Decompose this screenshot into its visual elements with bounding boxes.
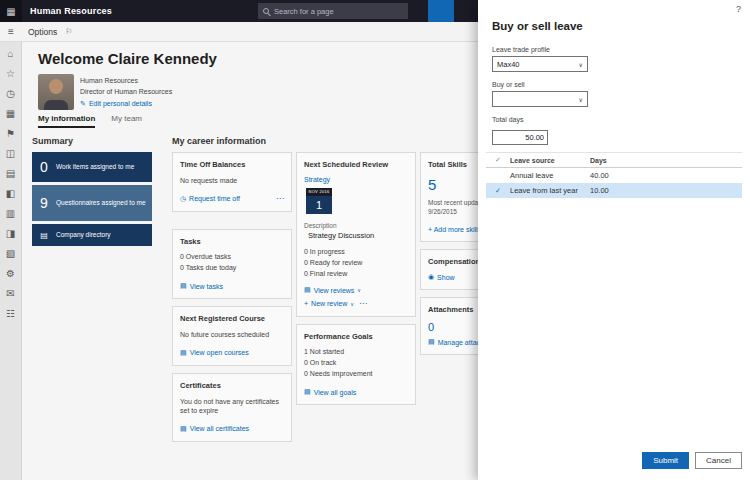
card-title: Performance Goals — [304, 332, 408, 341]
row-source-cell: Leave from last year — [510, 186, 590, 195]
card-time-off-balances: Time Off Balances No requests made ◷ Req… — [172, 152, 292, 212]
review-ready: 0 Ready for review — [304, 259, 408, 266]
submit-button[interactable]: Submit — [642, 452, 689, 469]
list-icon: ▤ — [428, 338, 435, 346]
profile-department: Human Resources — [80, 76, 172, 87]
request-time-off-label: Request time off — [189, 195, 240, 202]
sidebar-icon-tasks[interactable]: ▥ — [6, 209, 15, 219]
course-status: No future courses scheduled — [180, 330, 284, 339]
topbar-active-action-button[interactable] — [428, 0, 454, 22]
sidebar-icon-messages[interactable]: ✉ — [6, 289, 14, 299]
view-all-goals-label: View all goals — [314, 389, 357, 396]
view-open-courses-label: View open courses — [190, 349, 249, 356]
new-review-label: New review — [311, 300, 347, 307]
goals-on-track: 0 On track — [304, 359, 408, 366]
request-time-off-link[interactable]: ◷ Request time off — [180, 195, 240, 203]
company-directory-label: Company directory — [56, 231, 115, 239]
total-days-input[interactable] — [492, 130, 548, 145]
goals-needs-improvement: 0 Needs improvement — [304, 370, 408, 377]
view-all-certificates-link[interactable]: ▤ View all certificates — [180, 425, 249, 433]
buy-or-sell-dropdown[interactable]: ∨ — [492, 91, 588, 107]
calendar-day: 1 — [306, 196, 332, 214]
sidebar-icon-settings[interactable]: ⚙ — [6, 269, 15, 279]
card-next-registered-course: Next Registered Course No future courses… — [172, 306, 292, 365]
career-heading: My career information — [172, 136, 266, 146]
sidebar-icon-workspaces[interactable]: ▦ — [6, 109, 15, 119]
row-days-cell: 40.00 — [590, 171, 742, 180]
review-description-value: Strategy Discussion — [308, 231, 408, 240]
header-check-icon: ✓ — [486, 156, 510, 164]
row-check-icon: ✓ — [486, 187, 510, 195]
app-window: ▦ Human Resources ≡ Options ⚐ ⌂ ☆ ◷ ▦ ⚑ … — [0, 0, 750, 480]
tile-company-directory[interactable]: ▤ Company directory — [32, 224, 152, 246]
edit-personal-details-link[interactable]: ✎ Edit personal details — [80, 99, 172, 110]
list-icon: ▤ — [180, 425, 187, 433]
review-strategy-link[interactable]: Strategy — [304, 176, 330, 183]
directory-list-icon: ▤ — [32, 231, 56, 240]
view-tasks-label: View tasks — [190, 283, 223, 290]
review-description-label: Description — [304, 222, 408, 229]
compensation-show-link[interactable]: ◉ Show — [428, 273, 455, 281]
tab-my-team[interactable]: My team — [111, 114, 142, 128]
time-off-status: No requests made — [180, 176, 284, 185]
help-icon[interactable]: ? — [736, 4, 741, 14]
time-off-more-icon[interactable]: ⋯ — [276, 194, 284, 203]
new-review-link[interactable]: + New review ∨ — [304, 300, 354, 307]
review-in-progress: 0 In progress — [304, 248, 408, 255]
view-tasks-link[interactable]: ▤ View tasks — [180, 282, 223, 290]
table-header-row: ✓ Leave source Days — [486, 153, 742, 168]
sidebar-icon-leave[interactable]: ◧ — [6, 189, 15, 199]
avatar[interactable] — [38, 74, 74, 110]
card-performance-goals: Performance Goals 1 Not started 0 On tra… — [296, 324, 416, 405]
sidebar-icon-company[interactable]: ◫ — [6, 149, 15, 159]
cancel-button[interactable]: Cancel — [695, 452, 742, 469]
nav-collapse-icon[interactable]: ≡ — [0, 26, 22, 37]
summary-tiles: 0 Work items assigned to me 9 Questionna… — [32, 152, 152, 246]
compensation-show-label: Show — [437, 274, 455, 281]
pencil-icon: ✎ — [80, 99, 86, 110]
review-final: 0 Final review — [304, 270, 408, 277]
tile-questionnaires[interactable]: 9 Questionnaires assigned to me — [32, 185, 152, 221]
page-search-box[interactable] — [258, 3, 408, 19]
chevron-down-icon: ∨ — [357, 287, 361, 293]
search-input[interactable] — [274, 7, 394, 16]
sidebar-icon-all-modules[interactable]: ☷ — [6, 309, 15, 319]
sidebar-icon-favorites[interactable]: ☆ — [6, 69, 15, 79]
buy-or-sell-label: Buy or sell — [492, 81, 736, 88]
search-icon — [263, 8, 269, 14]
review-more-icon[interactable]: ⋯ — [359, 299, 367, 308]
sidebar-icon-home[interactable]: ⌂ — [7, 49, 13, 59]
profile-role: Director of Human Resources — [80, 87, 172, 98]
career-column-2: Next Scheduled Review Strategy NOV 2016 … — [296, 152, 416, 412]
sidebar-icon-recent[interactable]: ◷ — [6, 89, 15, 99]
tile-work-items[interactable]: 0 Work items assigned to me — [32, 152, 152, 182]
view-all-goals-link[interactable]: ▤ View all goals — [304, 388, 356, 396]
sidebar-icon-compensation[interactable]: ◨ — [6, 229, 15, 239]
view-open-courses-link[interactable]: ▤ View open courses — [180, 349, 249, 357]
add-more-skills-link[interactable]: + Add more skills — [428, 226, 481, 233]
row-days-cell: 10.00 — [590, 186, 742, 195]
row-source-cell: Annual leave — [510, 171, 590, 180]
certificates-status: You do not have any certificates set to … — [180, 397, 284, 416]
pin-icon[interactable]: ⚐ — [65, 27, 72, 36]
profile-tabs: My information My team — [38, 114, 142, 128]
view-reviews-link[interactable]: ▤ View reviews ∨ — [304, 286, 361, 294]
edit-personal-details-label: Edit personal details — [89, 99, 152, 110]
app-title: Human Resources — [30, 6, 112, 16]
tasks-due-today: 0 Tasks due today — [180, 264, 284, 271]
work-items-label: Work items assigned to me — [56, 163, 138, 171]
leave-trade-profile-dropdown[interactable]: Max40 ∨ — [492, 56, 588, 72]
waffle-menu-icon[interactable]: ▦ — [0, 0, 22, 22]
table-row-leave-from-last-year[interactable]: ✓ Leave from last year 10.00 — [486, 183, 742, 198]
options-tab[interactable]: Options — [28, 27, 57, 37]
list-icon: ▤ — [180, 349, 187, 357]
sidebar-icon-benefits[interactable]: ▧ — [6, 249, 15, 259]
card-title: Next Scheduled Review — [304, 160, 408, 169]
goals-not-started: 1 Not started — [304, 348, 408, 355]
card-title: Time Off Balances — [180, 160, 284, 169]
sidebar-icon-modules[interactable]: ⚑ — [6, 129, 15, 139]
tab-my-information[interactable]: My information — [38, 114, 95, 128]
summary-heading: Summary — [32, 136, 73, 146]
table-row-annual-leave[interactable]: Annual leave 40.00 — [486, 168, 742, 183]
sidebar-icon-employees[interactable]: ▤ — [6, 169, 15, 179]
